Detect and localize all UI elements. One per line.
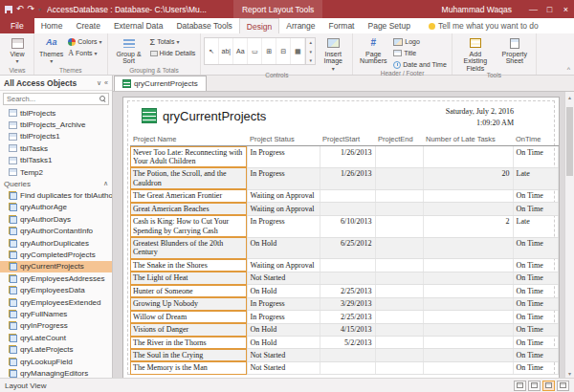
sidebar-item-qrymanagingeditors[interactable]: qryManagingEditors xyxy=(0,367,112,378)
cell[interactable]: Waiting on Approval xyxy=(247,189,320,202)
save-icon[interactable] xyxy=(5,6,12,13)
cell[interactable]: In Progress xyxy=(247,297,320,310)
design-view-button[interactable] xyxy=(557,381,569,391)
cell[interactable]: On Time xyxy=(513,349,558,361)
cell[interactable]: On Hold xyxy=(247,237,320,259)
tab-format[interactable]: Format xyxy=(322,18,362,33)
themes-button[interactable]: Aa Themes ▾ xyxy=(37,34,65,64)
cell[interactable]: The Great American Frontier xyxy=(130,189,247,202)
cell[interactable] xyxy=(423,349,513,361)
cell[interactable]: 2 xyxy=(423,215,513,237)
vertical-scrollbar[interactable]: ▴ ▾ xyxy=(564,92,574,378)
cell[interactable]: In Progress xyxy=(247,311,320,323)
cell[interactable]: 20 xyxy=(423,167,513,189)
column-header-ontime[interactable]: OnTime xyxy=(513,133,558,146)
cell[interactable]: Greatest Blunders of the 20th Century xyxy=(130,237,247,259)
cell[interactable] xyxy=(320,203,375,215)
page-numbers-button[interactable]: # Page Numbers xyxy=(356,34,390,65)
search-input[interactable] xyxy=(3,93,109,105)
cell[interactable]: On Time xyxy=(513,146,558,168)
cell[interactable] xyxy=(375,337,423,349)
cell[interactable] xyxy=(320,272,375,284)
cell[interactable] xyxy=(375,203,423,215)
tab-control-control-icon[interactable]: ⊞ xyxy=(262,38,276,64)
sidebar-item-qrylatecount[interactable]: qryLateCount xyxy=(0,332,112,343)
cell[interactable]: The River in the Thorns xyxy=(130,337,247,349)
subform-control-icon[interactable]: ⊟ xyxy=(276,38,291,64)
cell[interactable]: In Progress xyxy=(247,215,320,237)
cell[interactable]: The Memory is the Man xyxy=(130,361,247,374)
cell[interactable]: Great American Beaches xyxy=(130,203,247,215)
redo-icon[interactable]: ↷ xyxy=(28,5,35,13)
user-name[interactable]: Muhammad Waqas xyxy=(442,5,512,14)
layout-view-button[interactable] xyxy=(542,381,555,391)
cell[interactable] xyxy=(423,285,513,297)
tab-home[interactable]: Home xyxy=(34,18,70,33)
sidebar-item-qryauthorduplicates[interactable]: qryAuthorDuplicates xyxy=(0,237,112,249)
cell[interactable] xyxy=(375,311,423,323)
hide-details-button[interactable]: Hide Details xyxy=(148,48,198,58)
view-button[interactable]: View ▾ xyxy=(4,34,31,64)
insert-image-button[interactable]: Insert Image ▾ xyxy=(317,34,349,72)
sidebar-item-qrylookupfield[interactable]: qryLookupField xyxy=(0,356,112,367)
cell[interactable]: Never Too Late: Reconnecting with Your A… xyxy=(130,146,247,168)
cell[interactable] xyxy=(375,361,423,374)
label-control-icon[interactable]: Aa xyxy=(233,38,248,64)
cell[interactable] xyxy=(423,361,513,374)
column-header-projectstart[interactable]: ProjectStart xyxy=(320,133,375,146)
cell[interactable]: 4/15/2013 xyxy=(320,323,375,336)
minimize-button[interactable]: — xyxy=(525,0,541,18)
column-header-project-name[interactable]: Project Name xyxy=(130,133,247,146)
report-view-button[interactable] xyxy=(514,381,526,391)
sidebar-item-tbltasks[interactable]: tblTasks xyxy=(0,142,112,154)
scroll-up-icon[interactable]: ▴ xyxy=(565,92,574,101)
cell[interactable]: Growing Up Nobody xyxy=(130,297,247,310)
cell[interactable] xyxy=(423,272,513,284)
cell[interactable]: In Progress xyxy=(247,167,320,189)
cell[interactable]: 1/26/2013 xyxy=(320,167,375,189)
property-sheet-button[interactable]: Property Sheet xyxy=(497,34,533,65)
sidebar-item-temp2[interactable]: Temp2 xyxy=(0,166,112,178)
cell[interactable] xyxy=(320,361,375,374)
tab-file[interactable]: File xyxy=(0,18,34,33)
sidebar-item-qryauthorcontantinfo[interactable]: qryAuthorContantInfo xyxy=(0,226,112,237)
tab-arrange[interactable]: Arrange xyxy=(279,18,321,33)
cell[interactable]: The Snake in the Shores xyxy=(130,259,247,272)
print-preview-button[interactable] xyxy=(528,381,541,391)
cell[interactable] xyxy=(423,297,513,310)
tab-external-data[interactable]: External Data xyxy=(107,18,170,33)
cell[interactable] xyxy=(375,259,423,272)
cell[interactable] xyxy=(375,189,423,202)
sidebar-item-qrycurrentprojects[interactable]: qryCurrentProjects xyxy=(0,261,112,272)
maximize-button[interactable]: □ xyxy=(541,0,558,18)
cell[interactable]: Not Started xyxy=(247,272,320,284)
cell[interactable] xyxy=(423,203,513,215)
sidebar-item-tblprojects[interactable]: tblProjects xyxy=(0,107,112,119)
cell[interactable] xyxy=(423,189,513,202)
cell[interactable]: 6/10/2013 xyxy=(320,215,375,237)
sidebar-item-tblprojects-archive[interactable]: tblProjects_Archive xyxy=(0,119,112,130)
cell[interactable]: Waiting on Approval xyxy=(247,203,320,215)
cell[interactable] xyxy=(375,237,423,259)
cell[interactable] xyxy=(320,189,375,202)
cell[interactable]: On Hold xyxy=(247,337,320,349)
nav-pane-header[interactable]: All Access Objects ∨ « xyxy=(0,76,112,91)
sidebar-item-tblprojects1[interactable]: tblProjects1 xyxy=(0,131,112,142)
cell[interactable] xyxy=(423,259,513,272)
add-existing-fields-button[interactable]: Add Existing Fields xyxy=(455,34,496,72)
sidebar-section-queries[interactable]: Queries ∧ xyxy=(0,178,112,189)
sidebar-item-find-duplicates-for-tblauthors[interactable]: Find duplicates for tblAuthors xyxy=(0,189,112,201)
cell[interactable]: 1/26/2013 xyxy=(320,146,375,168)
cell[interactable]: Waiting on Approval xyxy=(247,259,320,272)
shutter-bar-icon[interactable]: « xyxy=(104,79,108,86)
scroll-down-icon[interactable]: ▾ xyxy=(565,368,574,378)
cell[interactable]: On Time xyxy=(513,259,558,272)
cell[interactable]: On Time xyxy=(513,237,558,259)
sidebar-item-qrylateprojects[interactable]: qryLateProjects xyxy=(0,343,112,355)
cell[interactable]: On Time xyxy=(513,361,558,374)
cell[interactable]: On Hold xyxy=(247,285,320,297)
cell[interactable]: On Time xyxy=(513,337,558,349)
cell[interactable] xyxy=(320,349,375,361)
cell[interactable]: On Hold xyxy=(247,323,320,336)
cell[interactable] xyxy=(375,297,423,310)
